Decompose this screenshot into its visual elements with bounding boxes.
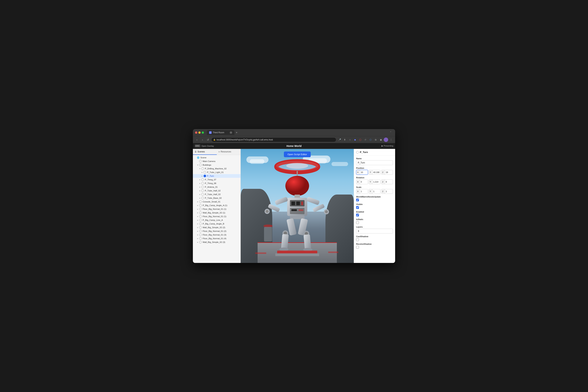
- scale-x-label: X: [356, 189, 360, 194]
- tree-item-buildings[interactable]: ▾Buildings: [193, 163, 240, 167]
- tree-item-wall-big-simple-02-1[interactable]: ▸Wall_Big_Simple_02 (1): [193, 211, 240, 214]
- is-static-checkbox-row: [356, 221, 393, 224]
- window-chevron-button[interactable]: ˅: [388, 130, 393, 135]
- minimize-button[interactable]: [198, 132, 200, 134]
- tab-resources[interactable]: ≡ Resources: [217, 149, 241, 155]
- forward-button[interactable]: ›: [200, 138, 205, 142]
- circle-icon-p-antena-01: [201, 186, 204, 188]
- scale-y-cell[interactable]: Y: [369, 189, 380, 194]
- tree-item-p-turn[interactable]: ▸P_Turn: [193, 174, 240, 178]
- tree-item-p-tube-half-02b[interactable]: ▸P_Tube_Half_02: [193, 192, 240, 196]
- tree-item-p-big-camp-angle-a1[interactable]: ▸P_Big_Camp_Angle_A (1): [193, 204, 240, 207]
- layers-input[interactable]: [356, 229, 393, 234]
- tree-label-floor-big-normal-01-3: Floor_Big_Normal_01 (2): [202, 230, 226, 232]
- position-z-label: Z: [381, 170, 385, 174]
- tree-arrow-main-camera: [196, 160, 199, 162]
- tree-item-main-camera[interactable]: Main Camera: [193, 160, 240, 163]
- tree-item-p-tube-base-02[interactable]: ▸P_Tube_Base_02: [193, 196, 240, 200]
- close-button[interactable]: [195, 132, 197, 134]
- rotation-z-cell[interactable]: Z: [381, 180, 393, 184]
- profile-button[interactable]: [384, 138, 388, 142]
- scale-x-cell[interactable]: X: [356, 189, 368, 194]
- rotation-label: Rotation: [356, 176, 393, 179]
- ext4-button[interactable]: ⬡: [368, 138, 373, 142]
- tree-item-p-antena-01[interactable]: ▸P_Antena_01: [193, 185, 240, 189]
- position-z-input[interactable]: [385, 171, 393, 174]
- new-tab-button[interactable]: +: [234, 130, 239, 135]
- share-button[interactable]: ⬆: [342, 138, 347, 142]
- extensions-button[interactable]: ⧉: [374, 138, 378, 142]
- rotation-x-cell[interactable]: X: [356, 180, 368, 184]
- visible-label: Visible: [356, 203, 393, 206]
- position-y-cell[interactable]: Y: [369, 170, 380, 175]
- active-tab[interactable]: T Third Room ✕: [207, 130, 234, 135]
- scale-x-input[interactable]: [360, 190, 368, 192]
- scale-z-cell[interactable]: Z: [381, 189, 393, 194]
- tree-item-wall-big-simple-02-2[interactable]: ▸Wall_Big_Simple_02 (2): [193, 226, 240, 229]
- tree-arrow-floor-big-normal-01-1: ▸: [196, 208, 199, 210]
- tree-item-wall-big-simple-02-3[interactable]: ▸Wall_Big_Simple_02 (3): [193, 240, 240, 244]
- circle-icon-p-drilling-machine: [201, 167, 204, 170]
- tab-favicon: T: [209, 131, 212, 134]
- refresh-button[interactable]: ↺: [206, 138, 210, 142]
- tree-item-p-big-camp-angle-b[interactable]: ▸P_Big_Camp_Angle_B: [193, 222, 240, 226]
- is-static-checkbox[interactable]: [356, 221, 359, 224]
- ext2-button[interactable]: ⬡: [358, 138, 362, 142]
- scale-y-input[interactable]: [372, 190, 380, 192]
- name-row: Name: [356, 158, 393, 165]
- scene-tree[interactable]: 🌐SceneMain Camera▾Buildings▾P_Drilling_M…: [193, 155, 240, 263]
- tree-item-floor-big-normal-01-5[interactable]: ▸Floor_Big_Normal_01 (4): [193, 237, 240, 240]
- bookmark-button[interactable]: ☆: [348, 138, 352, 142]
- back-button[interactable]: ‹: [195, 138, 199, 142]
- tree-label-main-camera: Main Camera: [202, 160, 215, 162]
- tree-item-p-thing-08[interactable]: ▸P_Thing_08: [193, 182, 240, 185]
- tab-close-button[interactable]: ✕: [230, 131, 232, 134]
- tree-item-p-big-camp-line-a[interactable]: ▸P_Big_Camp_Line_A: [193, 218, 240, 222]
- tree-item-p-thing-07[interactable]: ▸P_Thing_07: [193, 178, 240, 182]
- url-bar[interactable]: 🔒 localhost:3000/world/!vjrzmTVOcyIsLgaA…: [211, 137, 336, 142]
- ext3-button[interactable]: ↺: [363, 138, 368, 142]
- rotation-x-input[interactable]: [360, 181, 368, 183]
- tree-arrow-console-small-01: ▸: [196, 200, 199, 203]
- menu-button[interactable]: ⋮: [389, 138, 393, 142]
- position-x-cell[interactable]: X: [356, 170, 368, 175]
- rotation-z-input[interactable]: [385, 181, 393, 183]
- tree-arrow-wall-big-simple-02-2: ▸: [196, 226, 199, 228]
- tree-item-p-tube-half-02a[interactable]: ▸P_Tube_Half_02: [193, 189, 240, 192]
- tree-item-console-small-01[interactable]: ▸Console_Small_01: [193, 200, 240, 204]
- tab-scenes[interactable]: ☰ Scenes: [193, 149, 217, 155]
- mic-button[interactable]: 🎤: [338, 138, 342, 142]
- tree-item-p-drilling-machine[interactable]: ▾P_Drilling_Machine_02: [193, 167, 240, 170]
- sidebar-button[interactable]: ▣: [378, 138, 383, 142]
- name-input[interactable]: [356, 160, 393, 165]
- tree-item-p-tube-light[interactable]: ▸P_Tube_Light_01: [193, 170, 240, 174]
- circle-icon-buildings: [199, 164, 202, 166]
- ext1-button[interactable]: ■: [353, 138, 357, 142]
- tree-label-wall-big-simple-02-1: Wall_Big_Simple_02 (1): [202, 212, 225, 214]
- scene-viewport[interactable]: Open Script Editor: [241, 149, 354, 263]
- tree-arrow-floor-big-normal-01-2: ▸: [196, 215, 199, 218]
- visible-checkbox[interactable]: [356, 206, 359, 209]
- maximize-button[interactable]: [202, 132, 204, 134]
- cloud-2: [250, 159, 264, 164]
- tree-item-scene[interactable]: 🌐Scene: [193, 156, 240, 160]
- position-y-input[interactable]: [372, 171, 380, 174]
- rotation-y-input[interactable]: [372, 181, 380, 183]
- receive-shadow-checkbox[interactable]: [356, 246, 359, 248]
- enabled-checkbox[interactable]: [356, 214, 359, 216]
- tree-item-floor-big-normal-01-3[interactable]: ▸Floor_Big_Normal_01 (2): [193, 229, 240, 233]
- circle-icon-p-big-camp-angle-a1: [199, 204, 202, 207]
- rotation-y-cell[interactable]: Y: [369, 180, 380, 184]
- tree-item-floor-big-normal-01-1[interactable]: ▸Floor_Big_Normal_01 (1): [193, 207, 240, 211]
- position-x-input[interactable]: [360, 171, 368, 174]
- position-z-cell[interactable]: Z: [381, 170, 393, 175]
- cast-shadow-checkbox[interactable]: [356, 238, 359, 241]
- scale-z-input[interactable]: [385, 190, 393, 192]
- tree-arrow-wall-big-simple-02-1: ▸: [196, 212, 199, 214]
- tree-item-floor-big-normal-01-4[interactable]: ▸Floor_Big_Normal_01 (3): [193, 233, 240, 237]
- world-matrix-checkbox[interactable]: [356, 198, 359, 201]
- right-panel: P_Turn Name Position X: [354, 149, 395, 263]
- cloud-4: [308, 158, 327, 164]
- open-script-editor-button[interactable]: Open Script Editor: [284, 152, 310, 157]
- tree-item-floor-big-normal-01-2[interactable]: ▸Floor_Big_Normal_01 (1): [193, 214, 240, 218]
